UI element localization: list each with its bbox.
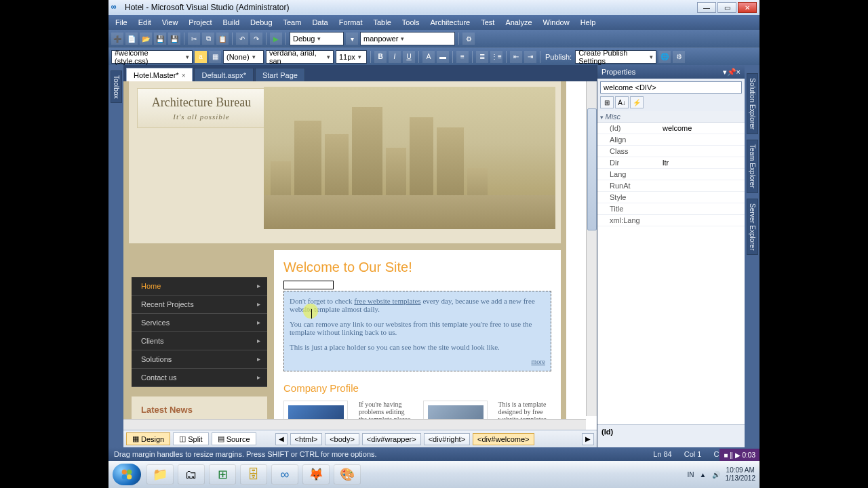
align-icon[interactable]: ≡ — [456, 51, 469, 63]
menu-team[interactable]: Team — [278, 17, 307, 28]
nav-services[interactable]: Services — [132, 314, 267, 332]
menu-window[interactable]: Window — [538, 17, 575, 28]
bc-wrapper[interactable]: <div#wrapper> — [362, 433, 421, 445]
target-rule-icon[interactable]: a — [195, 51, 207, 63]
prop-value[interactable] — [660, 134, 745, 145]
indent-icon[interactable]: ⇥ — [524, 51, 536, 63]
lang-indicator[interactable]: IN — [688, 471, 694, 479]
welcome-div-selected[interactable]: Don't forget to check free website templ… — [283, 291, 551, 371]
nav-recent[interactable]: Recent Projects — [132, 296, 267, 314]
screen-recorder-bar[interactable]: ■ ‖ ▶ 0:03 — [719, 449, 760, 461]
start-button[interactable] — [113, 464, 141, 485]
menu-debug[interactable]: Debug — [245, 17, 277, 28]
tab-default-aspx[interactable]: Default.aspx* — [194, 68, 253, 81]
show-overlay-icon[interactable]: ▦ — [209, 51, 221, 63]
cut-icon[interactable]: ✂ — [188, 33, 200, 45]
bc-welcome[interactable]: <div#welcome> — [473, 433, 534, 445]
team-explorer-tab[interactable]: Team Explorer — [747, 140, 758, 192]
find-combo[interactable]: manpower — [360, 32, 455, 45]
tab-start-page[interactable]: Start Page — [255, 68, 305, 81]
undo-icon[interactable]: ↶ — [236, 33, 248, 45]
firefox-icon[interactable]: 🦊 — [302, 464, 330, 485]
solution-explorer-tab[interactable]: Solution Explorer — [747, 73, 758, 134]
nav-contact[interactable]: Contact us — [132, 369, 267, 387]
menu-project[interactable]: Project — [183, 17, 217, 28]
source-view-button[interactable]: ▤ Source — [212, 432, 256, 445]
open-icon[interactable]: 📂 — [140, 33, 152, 45]
split-view-button[interactable]: ◫ Split — [173, 432, 208, 445]
prop-value[interactable] — [660, 192, 745, 203]
rule-combo[interactable]: (None) — [223, 50, 264, 64]
menu-edit[interactable]: Edit — [133, 17, 157, 28]
platform-icon[interactable]: ▾ — [346, 33, 358, 45]
underline-icon[interactable]: U — [403, 51, 415, 63]
paint-icon[interactable]: 🎨 — [334, 464, 361, 485]
designer-surface[interactable]: Architecture Bureau It's all possible — [123, 81, 597, 430]
properties-grid[interactable]: Misc (Id)welcomeAlignClassDirltrLangRunA… — [597, 111, 745, 424]
breadcrumb-prev-icon[interactable]: ◀ — [275, 433, 288, 445]
menu-file[interactable]: File — [110, 17, 133, 28]
add-item-icon[interactable]: 📄 — [125, 33, 138, 45]
menu-help[interactable]: Help — [575, 17, 601, 28]
alphabetical-icon[interactable]: A↓ — [615, 96, 629, 108]
outdent-icon[interactable]: ⇤ — [510, 51, 522, 63]
prop-value[interactable] — [660, 215, 745, 226]
panel-pin-icon[interactable]: 📌 — [727, 68, 736, 77]
vs-taskbar-icon[interactable]: ∞ — [271, 464, 298, 485]
bc-right[interactable]: <div#right> — [424, 433, 470, 445]
tab-hotel-master[interactable]: Hotel.Master*× — [126, 68, 193, 81]
breadcrumb-next-icon[interactable]: ▶ — [582, 433, 594, 445]
titlebar[interactable]: ∞ Hotel - Microsoft Visual Studio (Admin… — [108, 0, 760, 15]
menu-tools[interactable]: Tools — [397, 17, 425, 28]
menu-table[interactable]: Table — [368, 17, 397, 28]
redo-icon[interactable]: ↷ — [250, 33, 262, 45]
publish-icon[interactable]: 🌐 — [658, 51, 671, 63]
design-view-button[interactable]: ▦ Design — [126, 432, 170, 445]
nav-solutions[interactable]: Solutions — [132, 350, 267, 369]
selection-tag[interactable]: div#welcome — [283, 281, 334, 289]
publish-settings-icon[interactable]: ⚙ — [673, 51, 685, 63]
bc-body[interactable]: <body> — [325, 433, 359, 445]
css-selector-combo[interactable]: #welcome (style.css) — [111, 50, 193, 64]
italic-icon[interactable]: I — [389, 51, 401, 63]
explorer-icon[interactable]: 📁 — [146, 464, 174, 485]
extension-icon[interactable]: ⚙ — [462, 33, 475, 45]
config-combo[interactable]: Debug — [290, 32, 344, 45]
tray-network-icon[interactable]: 🔊 — [712, 471, 720, 479]
bold-icon[interactable]: B — [374, 51, 387, 63]
menu-format[interactable]: Format — [334, 17, 368, 28]
menu-test[interactable]: Test — [475, 17, 500, 28]
menu-data[interactable]: Data — [307, 17, 333, 28]
bullet-list-icon[interactable]: ⋮≡ — [490, 51, 502, 63]
server-explorer-tab[interactable]: Server Explorer — [747, 199, 758, 255]
menu-view[interactable]: View — [157, 17, 184, 28]
new-project-icon[interactable]: ➕ — [111, 33, 123, 45]
numbered-list-icon[interactable]: ≣ — [476, 51, 488, 63]
nav-home[interactable]: Home — [132, 277, 267, 296]
backcolor-icon[interactable]: ▬ — [437, 51, 449, 63]
save-all-icon[interactable]: 💾 — [168, 33, 180, 45]
prop-value[interactable]: welcome — [660, 123, 745, 134]
close-tab-icon[interactable]: × — [182, 72, 186, 79]
excel-icon[interactable]: ⊞ — [209, 464, 236, 485]
events-icon[interactable]: ⚡ — [630, 96, 644, 108]
horizontal-scrollbar[interactable] — [123, 419, 586, 430]
minimize-button[interactable]: — — [697, 2, 716, 13]
maximize-button[interactable]: ▭ — [717, 2, 736, 13]
publish-combo[interactable]: Create Publish Settings — [575, 50, 656, 64]
prop-value[interactable] — [660, 169, 745, 180]
prop-value[interactable] — [660, 203, 745, 214]
folder-icon[interactable]: 🗂 — [178, 464, 205, 485]
save-icon[interactable]: 💾 — [154, 33, 166, 45]
nav-clients[interactable]: Clients — [132, 332, 267, 350]
font-family-combo[interactable]: verdana, arial, san — [266, 50, 334, 64]
paste-icon[interactable]: 📋 — [216, 33, 229, 45]
tray-flag-icon[interactable]: ▲ — [700, 471, 707, 479]
toolbox-tab[interactable]: Toolbox — [111, 70, 122, 103]
prop-value[interactable] — [660, 146, 745, 157]
sql-icon[interactable]: 🗄 — [240, 464, 267, 485]
menu-build[interactable]: Build — [218, 17, 245, 28]
panel-close-icon[interactable]: × — [736, 68, 741, 76]
categorized-icon[interactable]: ⊞ — [600, 96, 614, 108]
prop-value[interactable]: ltr — [660, 157, 745, 168]
